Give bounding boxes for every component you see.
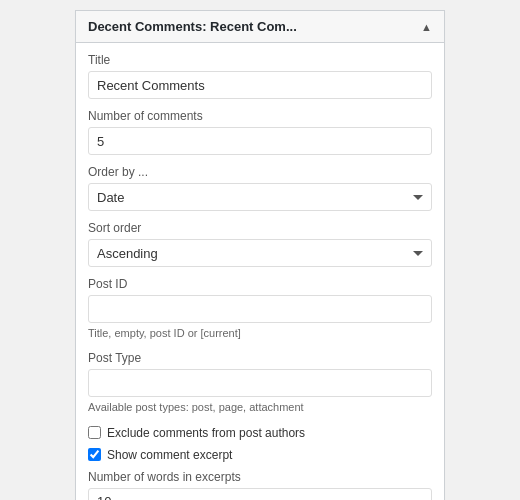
widget-header[interactable]: Decent Comments: Recent Com... ▲ <box>76 11 444 43</box>
widget-container: Decent Comments: Recent Com... ▲ Title N… <box>75 10 445 500</box>
post-id-input[interactable] <box>88 295 432 323</box>
show-excerpt-checkbox[interactable] <box>88 448 101 461</box>
exclude-group: Exclude comments from post authors <box>88 426 432 440</box>
num-words-label: Number of words in excerpts <box>88 470 432 484</box>
exclude-label[interactable]: Exclude comments from post authors <box>107 426 305 440</box>
post-id-hint: Title, empty, post ID or [current] <box>88 326 432 341</box>
post-type-hint: Available post types: post, page, attach… <box>88 400 432 415</box>
sort-order-group: Sort order Ascending Descending <box>88 221 432 267</box>
post-type-group: Post Type Available post types: post, pa… <box>88 351 432 415</box>
num-words-group: Number of words in excerpts <box>88 470 432 500</box>
order-by-select[interactable]: Date Author Title Random <box>88 183 432 211</box>
widget-body: Title Number of comments Order by ... Da… <box>76 43 444 500</box>
order-by-group: Order by ... Date Author Title Random <box>88 165 432 211</box>
show-excerpt-group: Show comment excerpt <box>88 448 432 462</box>
exclude-checkbox[interactable] <box>88 426 101 439</box>
num-comments-label: Number of comments <box>88 109 432 123</box>
post-type-input[interactable] <box>88 369 432 397</box>
num-comments-group: Number of comments <box>88 109 432 155</box>
num-words-input[interactable] <box>88 488 432 500</box>
show-excerpt-label[interactable]: Show comment excerpt <box>107 448 232 462</box>
post-id-label: Post ID <box>88 277 432 291</box>
title-label: Title <box>88 53 432 67</box>
title-input[interactable] <box>88 71 432 99</box>
post-type-label: Post Type <box>88 351 432 365</box>
widget-toggle-icon[interactable]: ▲ <box>421 21 432 33</box>
order-by-label: Order by ... <box>88 165 432 179</box>
post-id-group: Post ID Title, empty, post ID or [curren… <box>88 277 432 341</box>
title-group: Title <box>88 53 432 99</box>
widget-title: Decent Comments: Recent Com... <box>88 19 297 34</box>
sort-order-label: Sort order <box>88 221 432 235</box>
sort-order-select[interactable]: Ascending Descending <box>88 239 432 267</box>
num-comments-input[interactable] <box>88 127 432 155</box>
